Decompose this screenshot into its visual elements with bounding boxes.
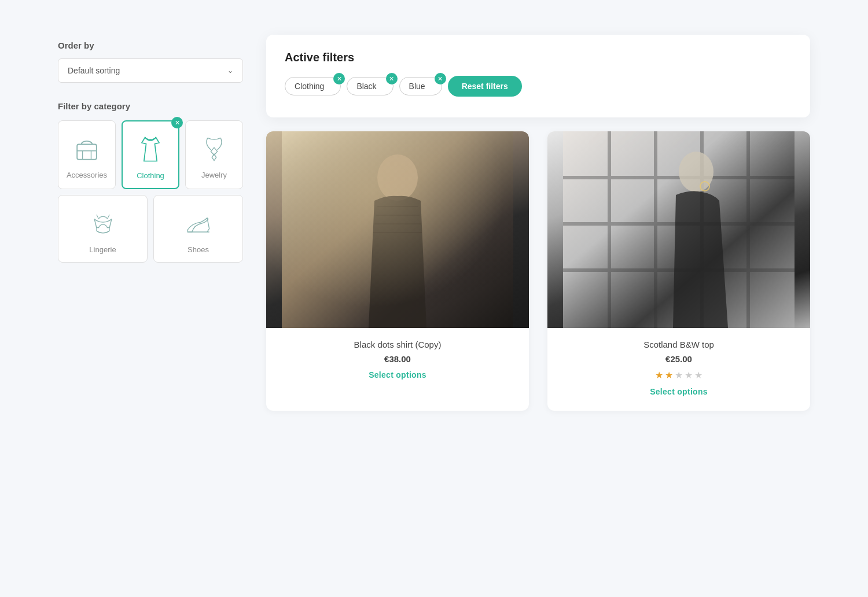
page-wrapper: Order by Default sorting ⌄ Filter by cat…	[58, 35, 810, 411]
filters-row: Clothing ✕ Black ✕ Blue ✕	[285, 76, 792, 97]
product-card-1: Black dots shirt (Copy) €38.00 Select op…	[266, 131, 529, 411]
remove-black-filter-button[interactable]: ✕	[386, 73, 398, 84]
product-card-2: Scotland B&W top €25.00 ★ ★ ★ ★ ★ Select…	[547, 131, 810, 411]
product-price-2: €25.00	[557, 354, 801, 364]
svg-line-6	[96, 215, 98, 219]
select-options-button-2[interactable]: Select options	[650, 387, 708, 396]
svg-point-25	[679, 152, 713, 192]
svg-rect-11	[282, 131, 513, 328]
product-price-1: €38.00	[275, 354, 520, 364]
heels-icon	[182, 207, 215, 239]
product-info-2: Scotland B&W top €25.00 ★ ★ ★ ★ ★ Select…	[547, 328, 810, 411]
active-filters-title: Active filters	[285, 51, 792, 64]
star-1: ★	[655, 370, 663, 381]
sort-select-dropdown[interactable]: Default sorting ⌄	[58, 58, 243, 83]
active-filters-panel: Active filters Clothing ✕ Black ✕ Blue	[266, 35, 810, 117]
dress-icon	[134, 133, 167, 165]
chevron-down-icon: ⌄	[227, 67, 233, 75]
category-item-accessories[interactable]: Accessories	[58, 120, 116, 189]
product1-photo	[266, 131, 529, 328]
filter-tag-clothing-label: Clothing	[295, 82, 324, 91]
filter-tag-black-label: Black	[356, 82, 376, 91]
svg-rect-0	[77, 145, 97, 160]
lingerie-label: Lingerie	[89, 245, 116, 254]
lingerie-icon	[87, 207, 119, 239]
product-image-2	[547, 131, 810, 328]
sort-select-value: Default sorting	[68, 66, 120, 75]
product2-photo	[547, 131, 810, 328]
jewelry-label: Jewelry	[201, 171, 227, 179]
filter-tag-blue-label: Blue	[409, 82, 425, 91]
star-2: ★	[665, 370, 673, 381]
star-5: ★	[694, 370, 703, 381]
filter-tag-blue[interactable]: Blue ✕	[399, 77, 442, 95]
category-item-clothing[interactable]: ✕ Clothing	[122, 120, 179, 189]
category-item-jewelry[interactable]: Jewelry	[185, 120, 243, 189]
order-by-label: Order by	[58, 40, 243, 50]
star-4: ★	[685, 370, 693, 381]
category-grid-top: Accessories ✕ Clothing	[58, 120, 243, 189]
svg-line-7	[107, 215, 109, 219]
product-name-1: Black dots shirt (Copy)	[275, 340, 520, 349]
remove-blue-filter-button[interactable]: ✕	[435, 73, 446, 84]
product-image-1	[266, 131, 529, 328]
svg-rect-10	[282, 131, 513, 328]
sidebar: Order by Default sorting ⌄ Filter by cat…	[58, 35, 243, 263]
product-stars-2: ★ ★ ★ ★ ★	[557, 370, 801, 381]
bag-icon	[71, 132, 103, 165]
clothing-remove-badge[interactable]: ✕	[171, 117, 183, 128]
select-options-button-1[interactable]: Select options	[369, 370, 426, 379]
products-grid: Black dots shirt (Copy) €38.00 Select op…	[266, 131, 810, 411]
necklace-icon	[198, 132, 230, 165]
filter-tag-clothing[interactable]: Clothing ✕	[285, 77, 341, 95]
svg-point-12	[377, 154, 418, 201]
accessories-label: Accessories	[67, 171, 107, 179]
star-3: ★	[675, 370, 683, 381]
category-item-shoes[interactable]: Shoes	[153, 195, 243, 263]
product-info-1: Black dots shirt (Copy) €38.00 Select op…	[266, 328, 529, 394]
remove-clothing-filter-button[interactable]: ✕	[333, 73, 345, 84]
filter-category-label: Filter by category	[58, 101, 243, 111]
clothing-label: Clothing	[137, 171, 164, 180]
product-name-2: Scotland B&W top	[557, 340, 801, 349]
main-content: Active filters Clothing ✕ Black ✕ Blue	[266, 35, 810, 411]
shoes-label: Shoes	[187, 245, 209, 254]
reset-filters-button[interactable]: Reset filters	[448, 76, 522, 97]
category-item-lingerie[interactable]: Lingerie	[58, 195, 148, 263]
filter-tag-black[interactable]: Black ✕	[347, 77, 393, 95]
category-grid-bottom: Lingerie Shoes	[58, 195, 243, 263]
